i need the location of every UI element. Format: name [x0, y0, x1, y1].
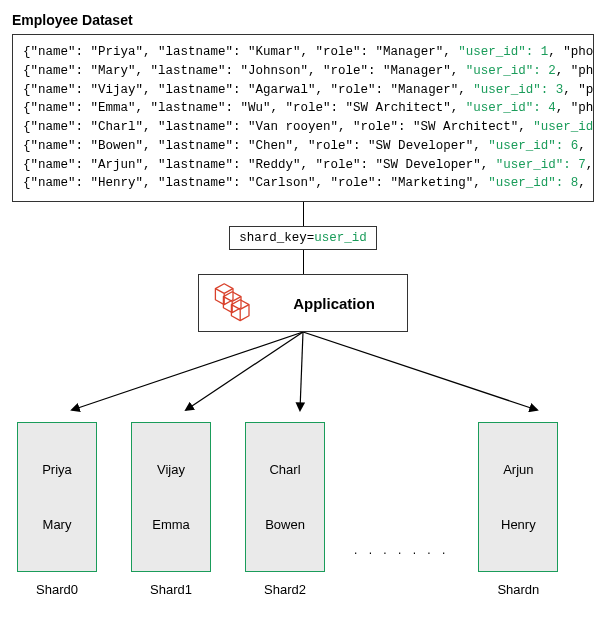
- shard-item: Bowen: [265, 517, 305, 532]
- shard-box: ArjunHenry: [478, 422, 558, 572]
- shard-box: PriyaMary: [17, 422, 97, 572]
- shard-box: CharlBowen: [245, 422, 325, 572]
- dataset-row: {"name": "Vijay", "lastname": "Agarwal",…: [23, 81, 583, 100]
- shard-label: Shard1: [150, 582, 192, 597]
- shard-label: Shardn: [497, 582, 539, 597]
- shard-column: PriyaMaryShard0: [12, 422, 102, 597]
- shard-item: Emma: [152, 517, 190, 532]
- svg-line-1: [186, 332, 303, 410]
- connector-line: [303, 250, 304, 274]
- application-box: Application: [198, 274, 408, 332]
- svg-line-0: [72, 332, 303, 410]
- svg-line-2: [300, 332, 303, 410]
- shard-item: Vijay: [157, 462, 185, 477]
- connector-line: [303, 202, 304, 226]
- shard-item: Charl: [269, 462, 300, 477]
- dataset-row: {"name": "Priya", "lastname": "Kumar", "…: [23, 43, 583, 62]
- cubes-icon: [209, 282, 257, 324]
- dataset-box: {"name": "Priya", "lastname": "Kumar", "…: [12, 34, 594, 202]
- dataset-row: {"name": "Arjun", "lastname": "Reddy", "…: [23, 156, 583, 175]
- shard-column: ArjunHenryShardn: [473, 422, 563, 597]
- application-label: Application: [271, 295, 397, 312]
- dataset-row: {"name": "Henry", "lastname": "Carlson",…: [23, 174, 583, 193]
- shard-ellipsis: . . . . . . .: [354, 543, 449, 557]
- shard-box: VijayEmma: [131, 422, 211, 572]
- shard-item: Mary: [43, 517, 72, 532]
- shard-key-box: shard_key=user_id: [229, 226, 377, 250]
- shard-item: Priya: [42, 462, 72, 477]
- shard-key-value: user_id: [314, 231, 367, 245]
- shard-key-prefix: shard_key=: [239, 231, 314, 245]
- shard-label: Shard0: [36, 582, 78, 597]
- svg-line-3: [303, 332, 537, 410]
- page-title: Employee Dataset: [12, 12, 594, 28]
- shard-area: PriyaMaryShard0VijayEmmaShard1CharlBowen…: [12, 422, 594, 597]
- fan-arrows: [12, 332, 594, 422]
- dataset-row: {"name": "Mary", "lastname": "Johnson", …: [23, 62, 583, 81]
- shard-column: CharlBowenShard2: [240, 422, 330, 597]
- dataset-row: {"name": "Bowen", "lastname": "Chen", "r…: [23, 137, 583, 156]
- shard-item: Henry: [501, 517, 536, 532]
- dataset-row: {"name": "Emma", "lastname": "Wu", "role…: [23, 99, 583, 118]
- dataset-row: {"name": "Charl", "lastname": "Van rooye…: [23, 118, 583, 137]
- shard-item: Arjun: [503, 462, 533, 477]
- shard-column: VijayEmmaShard1: [126, 422, 216, 597]
- shard-label: Shard2: [264, 582, 306, 597]
